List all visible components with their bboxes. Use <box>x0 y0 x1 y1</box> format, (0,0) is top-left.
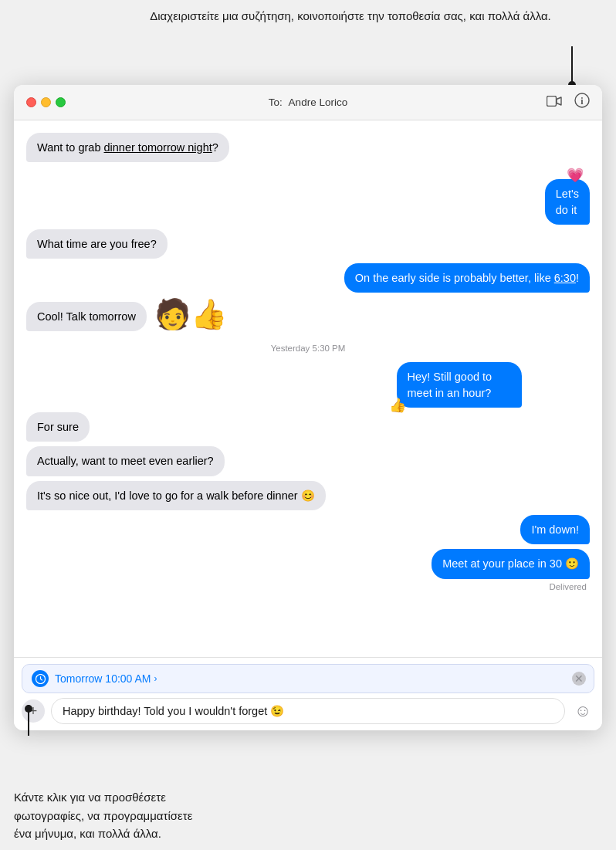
reaction-badge-thumbsup: 👍 <box>389 397 406 414</box>
message-bubble: Hey! Still good to meet in an hour? <box>397 362 523 408</box>
message-bubble: What time are you free? <box>26 229 168 259</box>
traffic-lights <box>26 97 66 107</box>
message-row: Actually, want to meet even earlier? <box>26 446 590 476</box>
message-bubble: Want to grab dinner tomorrow night? <box>26 133 229 162</box>
titlebar-icons: i <box>547 93 590 112</box>
video-call-icon[interactable] <box>547 94 562 110</box>
message-bubble: Cool! Talk tomorrow <box>26 302 147 331</box>
messages-area[interactable]: Want to grab dinner tomorrow night? 💗 Le… <box>14 120 602 657</box>
message-bubble: I'm down! <box>520 515 590 544</box>
link-dinner[interactable]: dinner tomorrow night <box>104 141 212 154</box>
input-row: + ☺ <box>22 698 594 724</box>
message-row: What time are you free? <box>26 229 590 259</box>
message-row: 👍 Hey! Still good to meet in an hour? <box>26 362 590 408</box>
to-label: To: <box>269 97 283 108</box>
message-bubble: For sure <box>26 412 90 442</box>
message-row: Meet at your place in 30 🙂 <box>26 549 590 578</box>
annotation-bottom: Κάντε κλικ για να προσθέσετεφωτογραφίες,… <box>14 788 384 842</box>
message-bubble: It's so nice out, I'd love to go for a w… <box>26 481 326 510</box>
callout-line-top <box>571 46 573 89</box>
scheduled-label[interactable]: Tomorrow 10:00 AM <box>55 672 151 685</box>
reaction-badge: 💗 <box>567 167 584 184</box>
message-row: Want to grab dinner tomorrow night? <box>26 133 590 162</box>
callout-line-bottom <box>28 705 29 736</box>
reaction-wrapper: 💗 Let's do it <box>520 167 590 225</box>
svg-text:i: i <box>580 96 584 107</box>
message-bubble: On the early side is probably better, li… <box>344 263 590 293</box>
message-bubble: Meet at your place in 30 🙂 <box>432 549 590 578</box>
emoji-icon: ☺ <box>574 701 591 721</box>
minimize-button[interactable] <box>41 97 51 107</box>
message-input[interactable] <box>51 698 565 724</box>
message-row: Cool! Talk tomorrow 🧑👍 <box>26 297 590 331</box>
contact-name: Andre Lorico <box>289 97 348 108</box>
messages-window: To: Andre Lorico i Want to <box>14 85 602 730</box>
titlebar: To: Andre Lorico i <box>14 85 602 120</box>
scheduled-close-button[interactable]: ✕ <box>572 672 586 686</box>
input-area: Tomorrow 10:00 AM › ✕ + ☺ <box>14 657 602 730</box>
memoji-thumbsup: 🧑👍 <box>154 297 227 331</box>
annotation-top: Διαχειριστείτε μια συζήτηση, κοινοποιήστ… <box>124 8 577 24</box>
svg-rect-0 <box>547 97 557 107</box>
emoji-button[interactable]: ☺ <box>571 699 594 723</box>
link-time[interactable]: 6:30 <box>554 272 576 284</box>
message-row: 💗 Let's do it <box>26 167 590 225</box>
message-row: For sure <box>26 412 590 442</box>
chevron-right-icon: › <box>154 673 157 684</box>
message-row: It's so nice out, I'd love to go for a w… <box>26 481 590 510</box>
message-bubble: Actually, want to meet even earlier? <box>26 446 225 476</box>
message-row: On the early side is probably better, li… <box>26 263 590 293</box>
annotation-bottom-text: Κάντε κλικ για να προσθέσετεφωτογραφίες,… <box>14 791 192 840</box>
info-icon[interactable]: i <box>574 93 590 112</box>
message-bubble: Let's do it <box>545 179 590 225</box>
timestamp: Yesterday 5:30 PM <box>26 344 590 353</box>
scheduled-banner[interactable]: Tomorrow 10:00 AM › ✕ <box>22 664 594 693</box>
delivered-label: Delivered <box>26 582 590 591</box>
close-button[interactable] <box>26 97 36 107</box>
clock-icon <box>32 670 49 687</box>
message-row: I'm down! <box>26 515 590 544</box>
titlebar-contact: To: Andre Lorico <box>269 97 347 108</box>
fullscreen-button[interactable] <box>56 97 66 107</box>
